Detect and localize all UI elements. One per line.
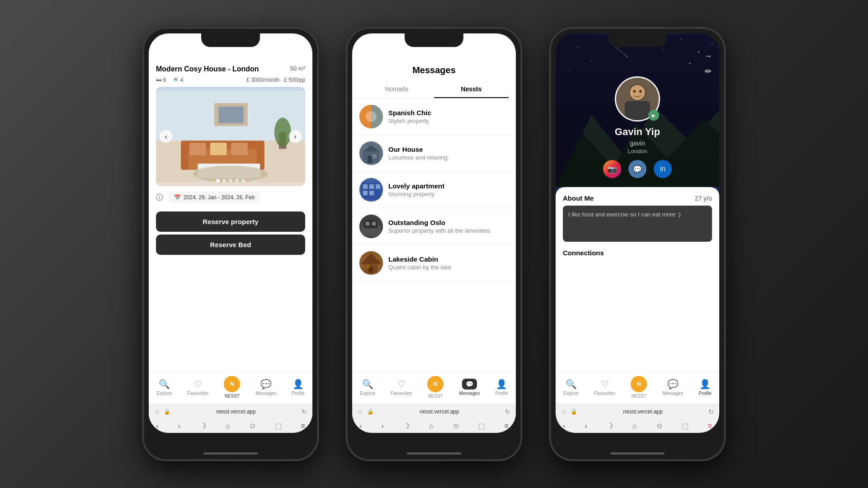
nav-nesst-3[interactable]: N NESST — [631, 376, 647, 399]
home-btn-2[interactable]: ⌂ — [429, 422, 434, 430]
home-btn-1[interactable]: ⌂ — [226, 422, 230, 430]
moon-btn-2[interactable]: ☽ — [403, 422, 410, 430]
svg-rect-61 — [625, 101, 650, 120]
favourites-label: Favourites — [187, 391, 208, 396]
profile-label-3: Profile — [698, 391, 711, 396]
nav-favourites-3[interactable]: ♡ Favourites — [594, 379, 615, 396]
reserve-property-button[interactable]: Reserve property — [156, 211, 305, 232]
profile-username: gavin — [630, 140, 645, 147]
message-item-3[interactable]: Lovely apartment Stunning property — [352, 172, 516, 208]
avatar-play-button[interactable]: ▶ — [648, 110, 659, 121]
moon-btn-3[interactable]: ☽ — [607, 422, 613, 430]
back-btn-1[interactable]: ‹ — [156, 422, 158, 430]
nav-favourites-1[interactable]: ♡ Favourites — [187, 379, 208, 396]
back-btn-2[interactable]: ‹ — [359, 422, 362, 430]
moon-btn-1[interactable]: ☽ — [200, 422, 206, 430]
menu-btn-3[interactable]: ≡ — [708, 422, 712, 430]
reserve-bed-button[interactable]: Reserve Bed — [156, 235, 305, 255]
nav-favourites-2[interactable]: ♡ Favourites — [391, 379, 412, 396]
nav-messages-1[interactable]: 💬 Messages — [256, 379, 277, 396]
nav-messages-2[interactable]: 💬 Messages — [459, 379, 480, 396]
nav-nesst-1[interactable]: N NESST — [224, 376, 240, 399]
nav-explore-1[interactable]: 🔍 Explore — [156, 379, 172, 396]
star-btn-1[interactable]: ✩ — [250, 422, 255, 430]
msg-name-4: Outstanding Oslo — [388, 219, 509, 226]
menu-btn-2[interactable]: ≡ — [505, 422, 509, 430]
screen-btn-2[interactable]: ⬚ — [478, 422, 485, 430]
tab-nessts[interactable]: Nessts — [434, 81, 509, 98]
about-header: About Me 27 y/o — [563, 194, 712, 202]
nav-buttons-2: ‹ › ☽ ⌂ ✩ ⬚ ≡ — [352, 419, 516, 433]
messages-label-3: Messages — [663, 391, 684, 396]
carousel-prev[interactable]: ‹ — [160, 130, 172, 143]
favourites-label-2: Favourites — [391, 391, 412, 396]
message-item-5[interactable]: Lakeside Cabin Quaint cabin by the lake — [352, 245, 516, 282]
message-item-1[interactable]: Spanish Chic Stylish property — [352, 99, 516, 135]
avatar-outstanding-oslo — [359, 215, 383, 238]
menu-btn-1[interactable]: ≡ — [301, 422, 305, 430]
messages-label-2: Messages — [459, 391, 480, 396]
phone-3-screen: → ✏ — [556, 33, 719, 433]
lock-icon-3: 🔒 — [571, 408, 577, 415]
nav-profile-2[interactable]: 👤 Profile — [495, 379, 508, 396]
profile-label-1: Profile — [292, 391, 304, 396]
nav-explore-3[interactable]: 🔍 Explore — [563, 379, 579, 396]
app-content-1: Modern Cosy House - London 50 m² 🛏 6 🚿 4… — [149, 33, 312, 372]
profile-location: London — [627, 148, 647, 155]
screen-btn-1[interactable]: ⬚ — [275, 422, 282, 430]
about-text: I like food and exercise so I can eat mo… — [563, 206, 712, 242]
forward-btn-2[interactable]: › — [381, 422, 383, 430]
back-btn-3[interactable]: ‹ — [563, 422, 565, 430]
phone-1: Modern Cosy House - London 50 m² 🛏 6 🚿 4… — [142, 27, 319, 461]
screen-btn-3[interactable]: ⬚ — [682, 422, 689, 430]
msg-name-5: Lakeside Cabin — [388, 255, 509, 263]
profile-social: 📷 💬 in — [603, 160, 672, 178]
favourites-icon: ♡ — [194, 379, 202, 389]
property-size: 50 m² — [290, 65, 305, 72]
tab-nomads[interactable]: Nomads — [359, 81, 434, 98]
star-btn-2[interactable]: ✩ — [453, 422, 459, 430]
message-item-2[interactable]: Our House Luxurious and relaxing. — [352, 135, 516, 172]
edit-button[interactable]: ✏ — [704, 66, 712, 76]
explore-icon: 🔍 — [159, 379, 170, 389]
nav-nesst-2[interactable]: N NESST — [427, 376, 443, 399]
svg-rect-30 — [376, 184, 380, 189]
linkedin-button[interactable]: in — [654, 160, 672, 178]
explore-icon-3: 🔍 — [566, 379, 577, 389]
profile-body: About Me 27 y/o I like food and exercise… — [556, 187, 719, 372]
svg-rect-36 — [366, 222, 369, 225]
home-btn-3[interactable]: ⌂ — [632, 422, 637, 430]
notch-2 — [405, 33, 463, 47]
messages-icon-3: 💬 — [667, 379, 679, 389]
messages-icon: 💬 — [260, 379, 272, 389]
dot-1 — [216, 179, 220, 183]
star-btn-3[interactable]: ✩ — [656, 422, 662, 430]
profile-bg: → ✏ — [556, 33, 719, 187]
nav-profile-3[interactable]: 👤 Profile — [698, 379, 711, 396]
nav-explore-2[interactable]: 🔍 Explore — [360, 379, 375, 396]
messages-tabs: Nomads Nessts — [352, 81, 516, 99]
nav-profile-1[interactable]: 👤 Profile — [292, 379, 304, 396]
nav-messages-3[interactable]: 💬 Messages — [663, 379, 684, 396]
logout-button[interactable]: → — [704, 52, 712, 61]
msg-info-3: Lovely apartment Stunning property — [388, 182, 509, 197]
instagram-button[interactable]: 📷 — [603, 160, 621, 178]
forward-btn-3[interactable]: › — [585, 422, 587, 430]
svg-rect-24 — [368, 156, 372, 163]
property-meta: 🛏 6 🚿 4 £ 3000/month · £ 500/pp — [149, 77, 312, 87]
msg-desc-4: Superior property with all the amenities… — [388, 227, 509, 234]
url-1: nesst.vercel.app — [174, 408, 298, 415]
carousel-next[interactable]: › — [289, 130, 302, 143]
msg-desc-1: Stylish property — [388, 117, 509, 124]
avatar-wrapper: ▶ — [615, 76, 660, 122]
forward-btn-1[interactable]: › — [178, 422, 180, 430]
avatar-lakeside-cabin — [359, 251, 383, 275]
svg-rect-32 — [369, 191, 374, 195]
date-section: ⓘ 📅 2024, 29, Jan - 2024, 26, Feb — [149, 186, 312, 209]
nav-buttons-1: ‹ › ☽ ⌂ ✩ ⬚ ≡ — [149, 419, 312, 433]
message-button[interactable]: 💬 — [628, 160, 646, 178]
avatar-lovely-apartment — [359, 178, 383, 202]
profile-actions: → ✏ — [704, 52, 712, 76]
avatar-spanish-chic — [359, 105, 383, 128]
message-item-4[interactable]: Outstanding Oslo Superior property with … — [352, 208, 516, 245]
